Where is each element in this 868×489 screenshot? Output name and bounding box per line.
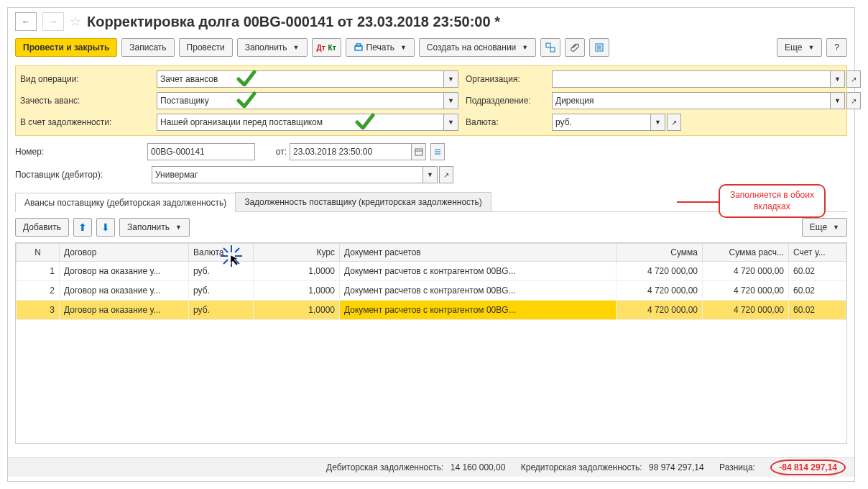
podrazd-field[interactable]: Дирекция ▼ ↗ [552,92,861,109]
cell-schet: 60.02 [789,301,846,320]
col-kurs[interactable]: Курс [254,244,340,262]
nomer-input[interactable]: 00BG-000141 [147,143,255,160]
col-dogovor[interactable]: Договор [60,244,189,262]
cell-summa: 4 720 000,00 [617,301,703,320]
dropdown-icon[interactable]: ▼ [444,92,458,109]
vschet-label: В счет задолженности: [20,117,149,127]
check-icon [236,91,257,108]
cell-dogovor: Договор на оказание у... [60,262,189,281]
favorite-icon[interactable]: ☆ [70,14,81,29]
cell-valyuta: руб. [189,301,254,320]
list-icon[interactable] [430,143,445,160]
check-icon [354,112,376,129]
cell-valyuta: руб. [189,262,254,281]
page-title: Корректировка долга 00BG-000141 от 23.03… [87,14,500,30]
table-zapolnit-button[interactable]: Заполнить▼ [119,218,190,237]
valyuta-label: Валюта: [466,117,545,127]
sozdat-button[interactable]: Создать на основании▼ [419,38,536,57]
table-esche-button[interactable]: Еще▼ [802,218,847,237]
table-row[interactable]: 1Договор на оказание у...руб.1,0000Докум… [17,262,846,281]
valyuta-field[interactable]: руб. ▼ ↗ [552,114,681,131]
cell-dokument: Документ расчетов с контрагентом 00BG... [340,281,617,301]
provesti-button[interactable]: Провести [179,38,233,57]
dropdown-icon[interactable]: ▼ [831,70,845,88]
cell-kurs: 1,0000 [254,262,340,281]
debit-value: 14 160 000,00 [451,462,506,472]
col-n[interactable]: N [17,244,60,262]
cell-kurs: 1,0000 [254,281,340,301]
provesti-zakryt-button[interactable]: Провести и закрыть [15,38,117,57]
zachest-label: Зачесть аванс: [20,96,149,106]
cell-summa-rasch: 4 720 000,00 [703,262,789,281]
col-summa[interactable]: Сумма [617,244,703,262]
attach-icon-button[interactable] [565,38,585,57]
list-icon-button[interactable] [589,38,609,57]
cell-dogovor: Договор на оказание у... [60,301,189,320]
dropdown-icon[interactable]: ▼ [831,92,845,109]
svg-rect-3 [550,47,555,52]
calendar-icon[interactable] [412,143,426,160]
svg-rect-8 [415,149,423,155]
dropdown-icon[interactable]: ▼ [423,166,438,183]
col-summa-rasch[interactable]: Сумма расч... [703,244,789,262]
dropdown-icon[interactable]: ▼ [444,114,458,131]
cell-n: 3 [17,301,60,320]
kredit-label: Кредиторская задолженность: [521,462,642,472]
kredit-value: 98 974 297,14 [649,462,704,472]
vid-operacii-field[interactable]: Зачет авансов ▼ [157,70,458,88]
cell-schet: 60.02 [789,262,846,281]
dropdown-icon[interactable]: ▼ [651,114,665,131]
date-input[interactable]: 23.03.2018 23:50:00 [290,143,412,160]
zapolnit-button[interactable]: Заполнить▼ [237,38,308,57]
vschet-field[interactable]: Нашей организации перед поставщиком ▼ [157,114,458,131]
check-icon [236,69,257,86]
move-down-button[interactable]: ⬇ [96,218,115,237]
org-label: Организация: [466,74,545,84]
open-icon[interactable]: ↗ [439,166,453,183]
cell-summa: 4 720 000,00 [617,281,703,301]
print-icon [354,42,364,52]
help-button[interactable]: ? [826,38,847,57]
col-valyuta[interactable]: Валюта [189,244,254,262]
table[interactable]: N Договор Валюта Курс Документ расчетов … [15,242,847,444]
dobavit-button[interactable]: Добавить [15,218,69,237]
col-dokument[interactable]: Документ расчетов [340,244,617,262]
dropdown-icon[interactable]: ▼ [444,70,458,88]
zachest-field[interactable]: Поставщику ▼ [157,92,458,109]
postavschik-label: Поставщик (дебитор): [15,170,144,180]
titlebar: ← → ☆ Корректировка долга 00BG-000141 от… [8,8,854,38]
table-row[interactable]: 3Договор на оказание у...руб.1,0000Докум… [17,301,846,320]
svg-rect-2 [546,43,550,47]
link-icon-button[interactable] [540,38,560,57]
dtk-icon[interactable]: ДтКт [312,38,341,57]
main-toolbar: Провести и закрыть Записать Провести Зап… [8,38,854,65]
supplier-row: Поставщик (дебитор): Универмаг ▼ ↗ [15,166,847,183]
cell-valyuta: руб. [189,281,254,301]
cell-schet: 60.02 [789,281,846,301]
esche-button[interactable]: Еще▼ [777,38,822,57]
back-button[interactable]: ← [15,12,37,31]
open-icon[interactable]: ↗ [846,92,861,109]
open-icon[interactable]: ↗ [846,70,861,88]
tab-zadolzhennost[interactable]: Задолженность поставщику (кредиторская з… [235,192,491,211]
number-row: Номер: 00BG-000141 от: 23.03.2018 23:50:… [15,143,847,160]
window: ← → ☆ Корректировка долга 00BG-000141 от… [7,7,855,482]
cell-summa: 4 720 000,00 [617,262,703,281]
operation-block: Вид операции: Зачет авансов ▼ Организаци… [15,65,847,136]
zapisat-button[interactable]: Записать [121,38,174,57]
cell-n: 2 [17,281,60,301]
open-icon[interactable]: ↗ [667,114,681,131]
pechat-button[interactable]: Печать▼ [346,38,415,57]
move-up-button[interactable]: ⬆ [73,218,92,237]
tab-avansy[interactable]: Авансы поставщику (дебиторская задолженн… [15,193,236,212]
table-row[interactable]: 2Договор на оказание у...руб.1,0000Докум… [17,281,846,301]
svg-rect-1 [356,44,361,46]
raznica-value: -84 814 297,14 [770,460,846,475]
org-field[interactable]: ▼ ↗ [552,70,861,88]
postavschik-input[interactable]: Универмаг [152,166,423,183]
cell-dokument: Документ расчетов с контрагентом 00BG... [340,301,617,320]
forward-button[interactable]: → [42,12,64,31]
col-schet[interactable]: Счет у... [789,244,846,262]
cell-dokument: Документ расчетов с контрагентом 00BG... [340,262,617,281]
nomer-label: Номер: [15,147,144,157]
